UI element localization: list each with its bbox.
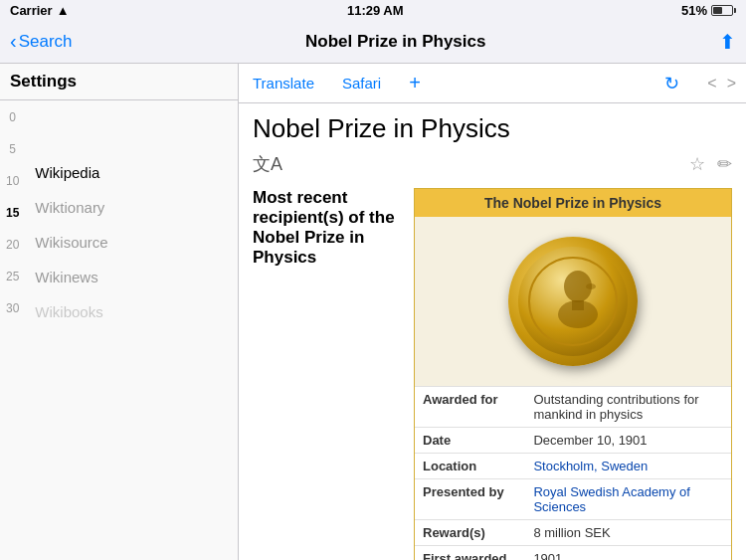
chevron-left-icon: ‹ <box>10 30 17 53</box>
share-button[interactable]: ⬆ <box>719 30 736 54</box>
battery-icon <box>711 5 736 16</box>
index-20: 20 <box>6 238 19 252</box>
wifi-icon: ▲ <box>57 3 70 18</box>
sidebar-item-wikinews[interactable]: Wikinews <box>25 269 238 285</box>
translate-row: 文A ☆ ✏ <box>253 152 732 176</box>
row-label-4: Reward(s) <box>415 520 525 546</box>
article-actions: ☆ ✏ <box>689 153 732 175</box>
back-label: Search <box>19 32 73 52</box>
edit-icon[interactable]: ✏ <box>717 153 732 175</box>
sidebar-items: Wikipedia Wiktionary Wikisource Wikinews… <box>25 100 238 560</box>
tab-translate[interactable]: Translate <box>249 67 318 99</box>
index-0: 0 <box>9 110 16 124</box>
star-icon[interactable]: ☆ <box>689 153 705 175</box>
infobox-table: Awarded for Outstanding contributions fo… <box>415 386 731 560</box>
medal-inner <box>518 247 628 356</box>
back-button[interactable]: ‹ Search <box>10 30 73 53</box>
translate-icon[interactable]: 文A <box>253 152 282 176</box>
article: Nobel Prize in Physics 文A ☆ ✏ The Nobel … <box>239 103 746 560</box>
row-label-0: Awarded for <box>415 387 525 428</box>
tab-reload-button[interactable]: ↻ <box>664 73 679 94</box>
main-layout: Settings 0 5 10 15 20 25 30 Wikipedia Wi… <box>0 64 746 560</box>
nav-bar: ‹ Search Nobel Prize in Physics ⬆ <box>0 20 746 64</box>
sidebar-item-wikipedia[interactable]: Wikipedia <box>25 164 238 181</box>
status-time: 11:29 AM <box>70 3 681 18</box>
tab-nav: < > <box>707 75 736 93</box>
sidebar-header: Settings <box>0 64 238 100</box>
table-row: First awarded 1901 <box>415 546 731 561</box>
tab-back-button[interactable]: < <box>707 75 716 93</box>
content-area: Translate Safari + ↻ < > Nobel Prize in … <box>239 64 746 560</box>
medal-outer <box>508 237 638 366</box>
svg-point-4 <box>586 283 596 289</box>
carrier-label: Carrier <box>10 3 53 18</box>
status-right: 51% <box>681 3 736 18</box>
tab-add-button[interactable]: + <box>409 72 421 94</box>
status-bar: Carrier ▲ 11:29 AM 51% <box>0 0 746 20</box>
article-title: Nobel Prize in Physics <box>253 113 732 144</box>
row-label-2: Location <box>415 454 525 479</box>
status-left: Carrier ▲ <box>10 3 70 18</box>
row-value-5: 1901 <box>525 546 731 561</box>
index-15: 15 <box>6 206 19 220</box>
row-value-4: 8 million SEK <box>525 520 731 546</box>
row-label-5: First awarded <box>415 546 525 561</box>
index-10: 10 <box>6 174 19 188</box>
medal-svg <box>528 257 618 346</box>
row-value-0: Outstanding contributions for mankind in… <box>525 387 731 428</box>
sidebar-item-wikisource[interactable]: Wikisource <box>25 234 238 251</box>
table-row: Reward(s) 8 million SEK <box>415 520 731 546</box>
infobox-image <box>415 217 731 386</box>
index-30: 30 <box>6 301 19 315</box>
battery-percentage: 51% <box>681 3 707 18</box>
index-numbers: 0 5 10 15 20 25 30 <box>0 100 25 560</box>
sidebar: Settings 0 5 10 15 20 25 30 Wikipedia Wi… <box>0 64 239 560</box>
table-row: Awarded for Outstanding contributions fo… <box>415 387 731 428</box>
row-label-1: Date <box>415 428 525 454</box>
infobox-title: The Nobel Prize in Physics <box>415 189 731 217</box>
sidebar-item-wikibooks[interactable]: Wikibooks <box>25 303 238 320</box>
svg-rect-3 <box>572 300 584 310</box>
tab-forward-button[interactable]: > <box>727 75 736 93</box>
table-row: Date December 10, 1901 <box>415 428 731 454</box>
presenter-link[interactable]: Royal Swedish Academy of Sciences <box>533 484 690 514</box>
row-value-2: Stockholm, Sweden <box>525 454 731 479</box>
table-row: Presented by Royal Swedish Academy of Sc… <box>415 479 731 520</box>
table-row: Location Stockholm, Sweden <box>415 454 731 479</box>
row-value-1: December 10, 1901 <box>525 428 731 454</box>
index-25: 25 <box>6 270 19 283</box>
sidebar-index: 0 5 10 15 20 25 30 Wikipedia Wiktionary … <box>0 100 238 560</box>
tab-safari[interactable]: Safari <box>338 67 385 99</box>
location-link[interactable]: Stockholm, Sweden <box>533 459 648 473</box>
sidebar-item-wiktionary[interactable]: Wiktionary <box>25 199 238 216</box>
infobox: The Nobel Prize in Physics <box>414 188 732 560</box>
tab-bar: Translate Safari + ↻ < > <box>239 64 746 103</box>
row-value-3: Royal Swedish Academy of Sciences <box>525 479 731 520</box>
nav-title: Nobel Prize in Physics <box>73 32 719 52</box>
index-5: 5 <box>9 142 16 156</box>
row-label-3: Presented by <box>415 479 525 520</box>
